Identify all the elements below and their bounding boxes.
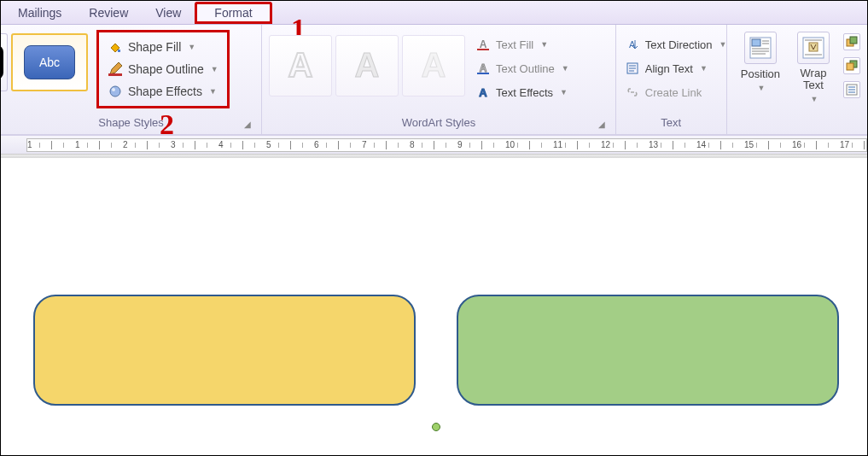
shape-outline-button[interactable]: Shape Outline ▼ xyxy=(104,58,222,80)
tab-mailings[interactable]: Mailings xyxy=(4,3,75,23)
document-area[interactable] xyxy=(1,155,867,455)
chevron-down-icon: ▼ xyxy=(700,64,708,73)
bring-forward-icon[interactable] xyxy=(843,33,860,50)
ruler-number: 1 xyxy=(27,139,75,151)
shape-style-thumb-2[interactable]: Abc xyxy=(11,33,88,91)
group-label-text: Text xyxy=(623,114,719,132)
effects-icon xyxy=(108,84,123,99)
position-label: Position xyxy=(741,67,780,80)
svg-text:A: A xyxy=(355,46,380,84)
text-outline-icon: A xyxy=(475,61,491,76)
dialog-launcher-icon[interactable]: ◢ xyxy=(598,120,605,129)
svg-rect-10 xyxy=(477,73,489,74)
ruler-number: 17 xyxy=(840,139,867,151)
chevron-down-icon: ▼ xyxy=(562,64,569,73)
position-icon xyxy=(744,32,777,64)
rotation-handle[interactable] xyxy=(432,423,440,431)
svg-rect-31 xyxy=(847,63,853,70)
ruler-number: 12 xyxy=(601,139,649,151)
ruler-number: 16 xyxy=(792,139,840,151)
shape-outline-label: Shape Outline xyxy=(128,62,204,76)
svg-point-2 xyxy=(110,86,120,96)
ruler-number: 5 xyxy=(266,139,314,151)
text-fill-button[interactable]: A Text Fill ▼ xyxy=(474,33,571,56)
tab-view[interactable]: View xyxy=(142,3,195,23)
shape-style-thumb-1[interactable]: Abc xyxy=(0,33,8,91)
svg-text:A: A xyxy=(422,46,446,84)
position-button[interactable]: Position ▼ xyxy=(734,30,787,95)
chevron-down-icon: ▼ xyxy=(811,95,818,103)
group-wordart-styles: A A A A Text Fill ▼ xyxy=(262,25,616,134)
group-text: A Text Direction ▼ Align Text ▼ C xyxy=(616,25,727,134)
arrange-small-buttons xyxy=(840,30,860,98)
group-label-shape-styles: Shape Styles ◢ xyxy=(8,114,254,132)
svg-rect-1 xyxy=(108,73,122,76)
chevron-down-icon: ▼ xyxy=(211,65,218,73)
ruler-number: 2 xyxy=(123,139,171,151)
chevron-down-icon: ▼ xyxy=(209,87,217,96)
wordart-thumb-2[interactable]: A xyxy=(335,35,399,96)
dialog-launcher-icon[interactable]: ◢ xyxy=(244,120,251,129)
shape-effects-button[interactable]: Shape Effects ▼ xyxy=(104,80,222,102)
shape-green-rounded-rect[interactable] xyxy=(457,295,839,406)
text-direction-icon: A xyxy=(625,37,640,52)
ribbon: 1 2 Abc Abc Shape Fill ▼ xyxy=(1,25,867,136)
text-effects-label: Text Effects xyxy=(496,86,553,99)
tab-review[interactable]: Review xyxy=(75,3,142,23)
wrap-text-label-1: Wrap xyxy=(801,67,827,79)
text-direction-label: Text Direction xyxy=(645,38,713,51)
svg-text:A: A xyxy=(288,46,313,84)
text-effects-icon: A xyxy=(475,85,491,100)
ruler-number: 11 xyxy=(553,139,601,151)
ruler-number: 6 xyxy=(314,139,362,151)
wrap-text-label-2: Text xyxy=(803,79,824,91)
chevron-down-icon: ▼ xyxy=(560,88,568,96)
wordart-thumb-1[interactable]: A xyxy=(269,35,332,96)
ruler-number: 14 xyxy=(696,139,744,151)
text-outline-button[interactable]: A Text Outline ▼ xyxy=(474,57,571,79)
align-text-icon xyxy=(625,61,640,76)
chevron-down-icon: ▼ xyxy=(757,84,765,92)
create-link-label: Create Link xyxy=(645,86,702,99)
svg-text:A: A xyxy=(479,86,487,99)
text-direction-button[interactable]: A Text Direction ▼ xyxy=(623,33,729,56)
shape-yellow-rounded-rect[interactable] xyxy=(33,295,416,406)
chevron-down-icon: ▼ xyxy=(540,40,548,49)
tab-bar: Mailings Review View Format xyxy=(1,1,867,25)
shape-buttons-highlight: Shape Fill ▼ Shape Outline ▼ Shape Effec… xyxy=(96,30,230,108)
tab-format[interactable]: Format xyxy=(195,2,271,24)
ruler-number: 4 xyxy=(218,139,266,151)
svg-text:A: A xyxy=(480,38,487,50)
shape-fill-label: Shape Fill xyxy=(128,40,181,54)
text-outline-label: Text Outline xyxy=(496,62,555,75)
send-backward-icon[interactable] xyxy=(843,57,860,74)
ruler-number: 10 xyxy=(505,139,553,151)
wordart-thumb-3[interactable]: A xyxy=(402,35,465,96)
selection-pane-icon[interactable] xyxy=(843,81,860,98)
link-icon xyxy=(625,85,640,100)
text-effects-button[interactable]: A Text Effects ▼ xyxy=(474,81,571,103)
group-arrange: Position ▼ Wrap Text ▼ xyxy=(727,25,867,134)
svg-point-3 xyxy=(112,88,115,91)
pencil-icon xyxy=(108,61,123,77)
svg-rect-0 xyxy=(118,50,120,52)
svg-text:A: A xyxy=(480,62,487,74)
align-text-label: Align Text xyxy=(645,62,693,75)
svg-rect-8 xyxy=(477,49,489,50)
ruler-number: 1 xyxy=(75,139,123,151)
svg-rect-18 xyxy=(752,39,760,46)
ruler-number: 8 xyxy=(410,139,457,151)
chevron-down-icon: ▼ xyxy=(719,40,727,49)
align-text-button[interactable]: Align Text ▼ xyxy=(623,57,729,79)
horizontal-ruler[interactable]: 11234567891011121314151617 // defer rule… xyxy=(1,136,867,155)
ruler-number: 7 xyxy=(362,139,410,151)
group-shape-styles: Abc Abc Shape Fill ▼ S xyxy=(1,25,262,134)
shape-fill-button[interactable]: Shape Fill ▼ xyxy=(104,36,222,58)
create-link-button[interactable]: Create Link xyxy=(623,81,729,103)
ruler-track: 11234567891011121314151617 xyxy=(26,138,867,152)
group-label-wordart: WordArt Styles ◢ xyxy=(269,114,609,132)
chevron-down-icon: ▼ xyxy=(188,43,195,51)
ruler-number: 15 xyxy=(744,139,792,151)
wrap-text-button[interactable]: Wrap Text ▼ xyxy=(790,30,836,106)
wrap-text-icon xyxy=(797,32,830,64)
